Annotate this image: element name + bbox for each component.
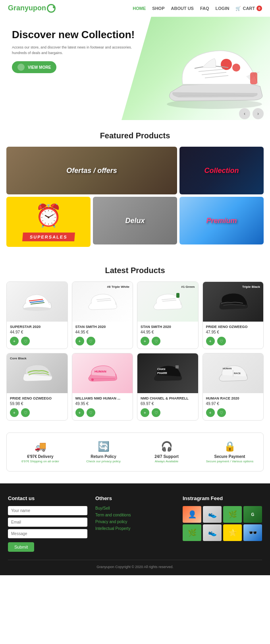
support-name: 24/7 Support: [137, 454, 196, 459]
humanrace-svg: HUMAN RACE: [217, 361, 249, 385]
footer-link-privacy[interactable]: Privacy and policy: [95, 520, 175, 524]
wishlist-7[interactable]: ♡: [152, 408, 160, 417]
svg-point-2: [232, 64, 240, 72]
product-card-humanrace[interactable]: HUMAN RACE HUMAN RACE 2020 49.97 € + ♡: [202, 353, 264, 421]
footer-link-terms[interactable]: Term and conditions: [95, 513, 175, 517]
add-to-cart-1[interactable]: +: [10, 337, 19, 345]
nav-about[interactable]: ABOUT US: [171, 6, 194, 11]
featured-item-offers[interactable]: Ofertas / offers: [6, 147, 177, 194]
product-actions-5: + ♡: [10, 408, 64, 417]
product-image-3: #1 Green: [137, 282, 198, 322]
footer-link-buy[interactable]: Buy/Sell: [95, 506, 175, 510]
cart-button[interactable]: 🛒 Cart 0: [235, 6, 262, 11]
add-to-cart-5[interactable]: +: [10, 408, 19, 417]
product-image-1: [7, 282, 68, 322]
payment-icon: 🔒: [200, 441, 259, 452]
featured-item-supersales[interactable]: ⏰ SUPERSALES: [6, 197, 91, 247]
featured-item-premium[interactable]: Premium: [179, 197, 264, 244]
product-card-williams[interactable]: HUMAN WILLIAMS NMD HUMAN ... 49.95 € + ♡: [72, 353, 133, 421]
featured-item-delux[interactable]: Delux: [93, 197, 177, 244]
carousel-navigation: ‹ ›: [239, 108, 264, 119]
supersales-badge: SUPERSALES: [22, 233, 75, 241]
product-card-nmd-chanel[interactable]: CHAN PHARR NMD CHANEL & PHARRELL 69.97 €…: [137, 353, 199, 421]
product-name-4: PRIDE XENO OZWEEGO: [206, 325, 260, 329]
cart-badge: 0: [256, 6, 262, 11]
featured-grid: Ofertas / offers Collection ⏰ SUPERSALES…: [6, 147, 264, 247]
svg-rect-15: [176, 293, 179, 298]
product-card-stansmith-white[interactable]: #8 Triple White STAN SMITH 2020 44.95 € …: [72, 281, 133, 349]
product-card-stansmith-green[interactable]: #1 Green STAN SMITH 2020 44.95 € + ♡: [137, 281, 199, 349]
product-card-ozweego-black[interactable]: Triple Black PRIDE XENO OZWEEGO 47.95 € …: [202, 281, 264, 349]
service-return: 🔄 Return Policy Check our privacy policy: [74, 441, 133, 463]
contact-name-input[interactable]: [8, 506, 87, 515]
nav-shop[interactable]: SHOP: [152, 6, 164, 11]
product-info-6: WILLIAMS NMD HUMAN ... 49.95 € + ♡: [72, 393, 133, 420]
insta-img-5[interactable]: 🌿: [183, 524, 201, 541]
products-grid: SUPERSTAR 2020 44.97 € + ♡ #8 Triple Whi…: [6, 281, 264, 421]
collection-label: Collection: [204, 167, 239, 175]
wishlist-4[interactable]: ♡: [217, 337, 226, 345]
submit-button[interactable]: Submit: [8, 542, 34, 552]
product-name-3: STAN SMITH 2020: [141, 325, 195, 329]
wishlist-1[interactable]: ♡: [21, 337, 30, 345]
payment-name: Secure Payment: [200, 454, 259, 459]
delux-label: Delux: [125, 217, 145, 225]
logo-text: Granyupon: [8, 4, 46, 12]
nav-home[interactable]: HOME: [133, 6, 146, 11]
add-to-cart-3[interactable]: +: [141, 337, 149, 345]
product-info-8: HUMAN RACE 2020 49.97 € + ♡: [203, 393, 264, 420]
wishlist-2[interactable]: ♡: [87, 337, 95, 345]
product-name-5: PRIDE XENO OZWEEGO: [10, 396, 64, 400]
insta-img-7[interactable]: ⭐: [223, 524, 242, 541]
wishlist-8[interactable]: ♡: [217, 408, 226, 417]
wishlist-6[interactable]: ♡: [87, 408, 95, 417]
add-to-cart-8[interactable]: +: [206, 408, 215, 417]
contact-message-input[interactable]: [8, 529, 87, 538]
product-actions-8: + ♡: [206, 408, 260, 417]
insta-img-6[interactable]: 👟: [203, 524, 222, 541]
svg-point-17: [91, 378, 94, 381]
nav-faq[interactable]: FAQ: [200, 6, 209, 11]
footer-instagram: Instragram Feed 👤 👟 🌿 G 🌿 👟 ⭐ 🕶️: [183, 495, 262, 552]
support-icon: 🎧: [137, 441, 196, 452]
offers-label: Ofertas / offers: [66, 167, 117, 175]
product-card-ozweego-cb[interactable]: Core Black PRIDE XENO OZWEEGO 59.98 € + …: [6, 353, 68, 421]
wishlist-3[interactable]: ♡: [152, 337, 160, 345]
featured-item-collection[interactable]: Collection: [179, 147, 264, 194]
logo: Granyupon: [8, 4, 56, 13]
hero-description: Access our store, and discover the lates…: [12, 45, 147, 56]
product-card-superstar[interactable]: SUPERSTAR 2020 44.97 € + ♡: [6, 281, 68, 349]
nav-login[interactable]: LOGIN: [216, 6, 230, 11]
view-more-circle: [17, 64, 25, 71]
support-desc: Always Available: [137, 460, 196, 463]
logo-icon: [47, 4, 56, 13]
insta-img-2[interactable]: 👟: [203, 506, 222, 523]
hero-shoe-image: [155, 21, 270, 120]
footer-link-ip[interactable]: Intellectual Property: [95, 526, 175, 531]
header: Granyupon HOME SHOP ABOUT US FAQ LOGIN 🛒…: [0, 0, 270, 17]
add-to-cart-2[interactable]: +: [75, 337, 84, 345]
insta-img-1[interactable]: 👤: [183, 506, 201, 523]
insta-img-4[interactable]: G: [243, 506, 262, 523]
add-to-cart-7[interactable]: +: [141, 408, 149, 417]
service-support: 🎧 24/7 Support Always Available: [137, 441, 196, 463]
wishlist-5[interactable]: ♡: [21, 408, 30, 417]
contact-email-input[interactable]: [8, 518, 87, 527]
cart-icon: 🛒: [235, 6, 241, 11]
carousel-prev[interactable]: ‹: [239, 108, 250, 119]
featured-title: Featured Products: [6, 120, 264, 147]
view-more-button[interactable]: VIEW MORE: [12, 61, 56, 73]
product-tag-3: #1 Green: [181, 285, 195, 289]
service-payment: 🔒 Secure Payment Secure payment / Variou…: [200, 441, 259, 463]
add-to-cart-6[interactable]: +: [75, 408, 84, 417]
navigation: HOME SHOP ABOUT US FAQ LOGIN 🛒 Cart 0: [133, 6, 262, 11]
product-info-5: PRIDE XENO OZWEEGO 59.98 € + ♡: [7, 393, 68, 420]
add-to-cart-4[interactable]: +: [206, 337, 215, 345]
footer-grid: Contact us Submit Others Buy/Sell Term a…: [8, 495, 262, 552]
footer-others: Others Buy/Sell Term and conditions Priv…: [95, 495, 175, 552]
delivery-desc: 6'97€ Shipping on all order: [11, 460, 70, 463]
others-title: Others: [95, 495, 175, 501]
carousel-next[interactable]: ›: [253, 108, 264, 119]
insta-img-3[interactable]: 🌿: [223, 506, 242, 523]
insta-img-8[interactable]: 🕶️: [243, 524, 262, 541]
